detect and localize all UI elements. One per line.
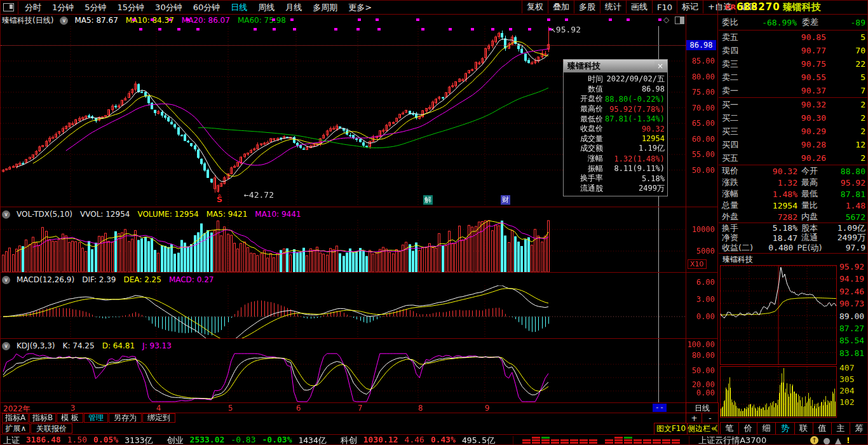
chevron-down-icon[interactable]: ∨: [2, 210, 10, 219]
tab-指标A[interactable]: 指标A: [2, 413, 29, 423]
signal-dot: [196, 28, 200, 31]
period-item[interactable]: 5分钟: [85, 2, 106, 13]
diamond-icon[interactable]: ◇: [663, 15, 669, 24]
kdj-indicator-labels: KDJ(9,3,3)K: 74.25D: 64.81J: 93.13: [17, 341, 179, 350]
signal-tree-icon[interactable]: [835, 438, 841, 444]
popup-label: 振幅: [566, 163, 603, 174]
mini-price-label: 83.81: [839, 348, 868, 358]
y-axis-label: 50.00: [687, 366, 715, 375]
minitab-筹[interactable]: 筹: [850, 423, 868, 434]
index-quote: 科创1030.124.460.43%495.5亿: [341, 435, 495, 445]
alert-icon[interactable]: !: [846, 436, 850, 444]
level-price: 90.26: [750, 153, 826, 163]
minitab-笔[interactable]: 笔: [720, 423, 738, 434]
heat-cell: [522, 442, 531, 444]
period-item[interactable]: 周线: [258, 2, 275, 13]
level-volume: 2: [826, 113, 865, 123]
heat-cell: [522, 437, 531, 439]
chevron-down-icon[interactable]: ∨: [60, 17, 68, 25]
heat-cell: [551, 442, 559, 444]
x-axis-label: 7: [358, 404, 363, 413]
chevron-down-icon[interactable]: ∨: [2, 276, 10, 284]
coin-icon[interactable]: ↑: [810, 436, 818, 444]
y-axis-label: 80.00: [687, 72, 715, 81]
period-item[interactable]: 更多>: [348, 2, 372, 13]
period-item[interactable]: 分时: [25, 2, 41, 13]
info-row: 涨幅1.48%最低87.81: [719, 188, 868, 200]
signal-dot: [471, 28, 474, 31]
buy-row: 买二90.302: [719, 111, 868, 125]
low-annotation: ←42.72: [244, 190, 274, 200]
minitab-势[interactable]: 势: [775, 423, 794, 434]
heat-cell: [653, 437, 661, 439]
tab-扩展∧[interactable]: 扩展∧: [2, 423, 30, 434]
info-row: 总量12954量比1.48: [719, 200, 868, 211]
kdj-chart-canvas[interactable]: [1, 352, 687, 402]
popup-row: 涨幅1.32(1.48%): [566, 154, 665, 164]
level-volume: 2: [826, 100, 865, 109]
popup-title-bar[interactable]: 臻镭科技 ×: [564, 60, 667, 72]
period-item[interactable]: 15分钟: [118, 2, 145, 13]
tool-button[interactable]: 复权: [522, 1, 548, 13]
minitab-主[interactable]: 主: [831, 423, 850, 434]
buy-row: 买一90.322: [719, 98, 868, 111]
volume-chart-canvas[interactable]: [1, 220, 687, 273]
period-item[interactable]: 日线: [231, 2, 247, 13]
period-item[interactable]: 月线: [285, 2, 302, 13]
tool-button[interactable]: 叠加: [548, 1, 574, 13]
tab-另存为[interactable]: 另存为: [109, 413, 142, 423]
satellite-icon[interactable]: [822, 437, 831, 445]
tool-button[interactable]: 画线: [626, 1, 652, 13]
divider: [689, 436, 689, 445]
tab-指标B[interactable]: 指标B: [29, 413, 56, 423]
minitab-值[interactable]: 值: [813, 423, 831, 434]
period-item[interactable]: 60分钟: [193, 2, 220, 13]
minitab-细[interactable]: 细: [757, 423, 775, 434]
event-badge[interactable]: 解: [423, 195, 433, 205]
heat-cell: [624, 442, 632, 444]
event-badge[interactable]: 财: [501, 195, 510, 205]
dash-badge: --: [653, 404, 667, 412]
close-icon[interactable]: ×: [654, 61, 666, 71]
tab-绑定到[interactable]: 绑定到: [142, 413, 175, 423]
mini-price-label: 90.73: [839, 299, 868, 308]
mini-volume-chart-canvas[interactable]: [721, 367, 836, 417]
minitab-联[interactable]: 联: [794, 423, 813, 434]
minitab-价[interactable]: 价: [738, 423, 757, 434]
indicator-tabs: 指标A指标B模 板管理另存为绑定到: [2, 413, 176, 423]
info-label: 内盘: [801, 211, 818, 222]
info-value: 2499万: [818, 232, 865, 243]
y-axis-label: 70.00: [687, 104, 715, 113]
market-heat-widget: [522, 437, 680, 444]
period-item[interactable]: 多周期: [313, 2, 337, 13]
period-item[interactable]: 30分钟: [155, 2, 182, 13]
info-row: 现价90.32今开88.80: [719, 165, 868, 177]
heat-cell: [570, 437, 578, 439]
popup-label: 时间: [566, 74, 603, 85]
level-price: 90.75: [750, 59, 826, 69]
signal-dot: [658, 18, 661, 21]
collapse-arrows-icon[interactable]: «: [711, 423, 716, 433]
tool-button[interactable]: 统计: [600, 1, 626, 13]
info-row: 收益(二)0.480PE(动)97.9: [719, 243, 868, 253]
tool-button[interactable]: F10: [652, 1, 677, 13]
tab-管理[interactable]: 管理: [84, 413, 108, 423]
tool-button[interactable]: 多股: [574, 1, 600, 13]
sidebar-toggle-icon[interactable]: [675, 17, 684, 24]
chevron-down-icon[interactable]: ∨: [2, 342, 10, 350]
tab-模 板[interactable]: 模 板: [57, 413, 83, 423]
index-value: 3186.48: [26, 435, 61, 445]
macd-chart-canvas[interactable]: [1, 285, 687, 339]
tool-button[interactable]: 标记: [677, 1, 703, 13]
window-split-icon[interactable]: [3, 3, 14, 11]
y-axis-label: 100.00: [687, 340, 715, 349]
period-item[interactable]: 1分钟: [52, 2, 74, 13]
tab-graphic-f10[interactable]: 图文F10: [654, 423, 688, 435]
signal-dot: [491, 28, 494, 31]
popup-row: 成交额1.19亿: [566, 144, 665, 154]
heat-cell: [589, 437, 597, 439]
mini-price-chart-canvas[interactable]: [721, 266, 836, 364]
tab-关联报价[interactable]: 关联报价: [31, 423, 72, 434]
info-value: 7282: [750, 212, 797, 222]
stock-code: 688270: [736, 1, 780, 13]
